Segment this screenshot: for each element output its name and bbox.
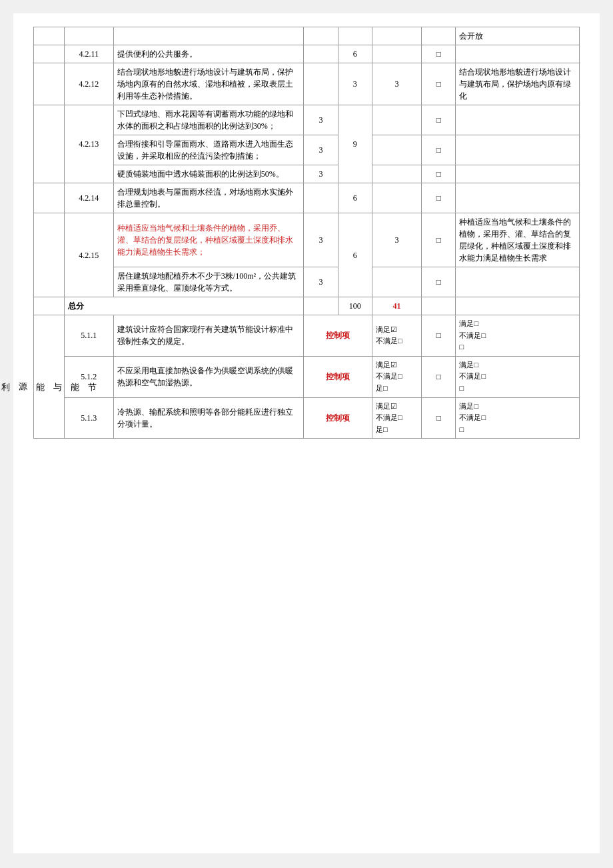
cell-score2: 9 — [338, 105, 372, 183]
table-row: 4.2.12 结合现状地形地貌进行场地设计与建筑布局，保护场地内原有的自然水域、… — [34, 63, 580, 105]
cell-score3 — [372, 135, 421, 165]
cell-note: 种植适应当地气候和土壤条件的植物，采用乔、灌、草结合的复层绿化，种植区域覆土深度… — [456, 213, 580, 267]
cell-content: 硬质铺装地面中透水铺装面积的比例达到50%。 — [113, 165, 303, 183]
cell-category — [34, 45, 65, 63]
cell-score1: 3 — [304, 165, 338, 183]
cell-note — [456, 135, 580, 165]
table-row: 4.2.14 合理规划地表与屋面雨水径流，对场地雨水实施外排总量控制。 6 □ — [34, 183, 580, 213]
cell-note-513: 满足□不满足□□ — [456, 397, 580, 439]
cell-content — [113, 27, 303, 45]
cell-category — [34, 297, 65, 315]
cell-note-511: 满足□不满足□□ — [456, 315, 580, 357]
cell-content: 居住建筑绿地配植乔木不少于3株/100m²，公共建筑采用垂直绿化、屋顶绿化等方式… — [113, 267, 303, 297]
cell-num — [64, 27, 113, 45]
cell-score3 — [372, 165, 421, 183]
cell-score3 — [372, 27, 421, 45]
cell-score1: 3 — [304, 213, 338, 267]
cell-check-512: □ — [422, 356, 456, 397]
cell-note — [456, 165, 580, 183]
cell-score3-512: 满足☑不满足□足□ — [372, 356, 421, 397]
cell-score3: 3 — [372, 213, 421, 267]
cell-category — [34, 63, 65, 105]
cell-check-511: □ — [422, 315, 456, 357]
cell-score1 — [304, 297, 338, 315]
cell-check — [422, 297, 456, 315]
cell-score1-511: 控制项 — [304, 315, 372, 357]
table-row: 硬质铺装地面中透水铺装面积的比例达到50%。 3 □ — [34, 165, 580, 183]
main-table: 会开放 4.2.11 提供便利的公共服务。 6 □ 4.2.12 结合现状地形地… — [33, 27, 580, 439]
cell-check: □ — [422, 63, 456, 105]
table-row-511: 节能与能源利 5.1.1 建筑设计应符合国家现行有关建筑节能设计标准中强制性条文… — [34, 315, 580, 357]
cell-content-512: 不应采用电直接加热设备作为供暖空调系统的供暖热源和空气加湿热源。 — [113, 356, 303, 397]
table-row-512: 5.1.2 不应采用电直接加热设备作为供暖空调系统的供暖热源和空气加湿热源。 控… — [34, 356, 580, 397]
cell-num: 4.2.13 — [64, 105, 113, 183]
cell-note — [456, 183, 580, 213]
cell-content: 合理规划地表与屋面雨水径流，对场地雨水实施外排总量控制。 — [113, 183, 303, 213]
cell-content: 下凹式绿地、雨水花园等有调蓄雨水功能的绿地和水体的面积之和占绿地面积的比例达到3… — [113, 105, 303, 135]
cell-score1-512: 控制项 — [304, 356, 372, 397]
cell-score2: 3 — [338, 63, 372, 105]
cell-score1: 3 — [304, 267, 338, 297]
cell-check: □ — [422, 165, 456, 183]
cell-content: 种植适应当地气候和土壤条件的植物，采用乔、灌、草结合的复层绿化，种植区域覆土深度… — [113, 213, 303, 267]
cell-score3-511: 满足☑不满足□ — [372, 315, 421, 357]
cell-check-513: □ — [422, 397, 456, 439]
cell-note — [456, 45, 580, 63]
cell-note: 结合现状地形地貌进行场地设计与建筑布局，保护场地内原有绿化 — [456, 63, 580, 105]
cell-score3 — [372, 45, 421, 63]
cell-score3 — [372, 105, 421, 135]
cell-check: □ — [422, 105, 456, 135]
cell-content: 结合现状地形地貌进行场地设计与建筑布局，保护场地内原有的自然水域、湿地和植被，采… — [113, 63, 303, 105]
cell-content-513: 冷热源、输配系统和照明等各部分能耗应进行独立分项计量。 — [113, 397, 303, 439]
cell-score2: 6 — [338, 45, 372, 63]
cell-score2: 6 — [338, 213, 372, 297]
table-row: 合理衔接和引导屋面雨水、道路雨水进入地面生态设施，并采取相应的径流污染控制措施；… — [34, 135, 580, 165]
cell-check: □ — [422, 135, 456, 165]
cell-category — [34, 213, 65, 297]
cell-category — [34, 105, 65, 183]
cell-num: 4.2.12 — [64, 63, 113, 105]
cell-category — [34, 27, 65, 45]
cell-check: □ — [422, 267, 456, 297]
cell-note: 会开放 — [456, 27, 580, 45]
cell-num: 4.2.14 — [64, 183, 113, 213]
cell-check — [422, 27, 456, 45]
cell-num: 4.2.11 — [64, 45, 113, 63]
cell-score1-513: 控制项 — [304, 397, 372, 439]
table-row: 4.2.11 提供便利的公共服务。 6 □ — [34, 45, 580, 63]
cell-score3: 3 — [372, 63, 421, 105]
cell-content-511: 建筑设计应符合国家现行有关建筑节能设计标准中强制性条文的规定。 — [113, 315, 303, 357]
cell-num-513: 5.1.3 — [64, 397, 113, 439]
cell-score1 — [304, 45, 338, 63]
cell-check: □ — [422, 183, 456, 213]
cell-note-512: 满足□不满足□□ — [456, 356, 580, 397]
cell-score1: 3 — [304, 135, 338, 165]
cell-check: □ — [422, 213, 456, 267]
cell-score1 — [304, 183, 338, 213]
cell-score2 — [338, 27, 372, 45]
cell-score1 — [304, 27, 338, 45]
page: 会开放 4.2.11 提供便利的公共服务。 6 □ 4.2.12 结合现状地形地… — [13, 13, 600, 853]
cell-score2: 100 — [338, 297, 372, 315]
cell-score3 — [372, 183, 421, 213]
cell-num: 4.2.15 — [64, 213, 113, 297]
table-row-total: 总分 100 41 — [34, 297, 580, 315]
cell-content: 提供便利的公共服务。 — [113, 45, 303, 63]
cell-category — [34, 183, 65, 213]
cell-score1 — [304, 63, 338, 105]
cell-note — [456, 297, 580, 315]
cell-category-energy: 节能与能源利 — [34, 315, 65, 439]
table-row: 4.2.13 下凹式绿地、雨水花园等有调蓄雨水功能的绿地和水体的面积之和占绿地面… — [34, 105, 580, 135]
table-row: 会开放 — [34, 27, 580, 45]
cell-score3 — [372, 267, 421, 297]
cell-check: □ — [422, 45, 456, 63]
cell-score3-total: 41 — [372, 297, 421, 315]
cell-score3-513: 满足☑不满足□足□ — [372, 397, 421, 439]
cell-score2: 6 — [338, 183, 372, 213]
cell-num: 总分 — [64, 297, 304, 315]
table-row: 居住建筑绿地配植乔木不少于3株/100m²，公共建筑采用垂直绿化、屋顶绿化等方式… — [34, 267, 580, 297]
cell-note — [456, 105, 580, 135]
cell-score1: 3 — [304, 105, 338, 135]
cell-note — [456, 267, 580, 297]
cell-num-511: 5.1.1 — [64, 315, 113, 357]
